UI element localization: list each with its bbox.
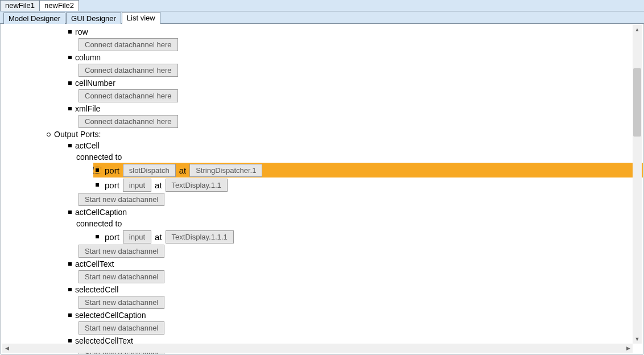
at-label: at [155, 180, 162, 190]
connect-button-row: Connect datachannel here [1, 38, 643, 52]
start-datachannel-button[interactable]: Start new datachannel [79, 321, 164, 335]
output-port-label: actCellCaption [75, 208, 127, 217]
square-bullet-icon [96, 183, 99, 187]
connected-to-label: connected to [76, 219, 122, 228]
output-port-row: actCellText [1, 258, 643, 270]
connect-button-row: Connect datachannel here [1, 89, 643, 103]
vertical-scrollbar[interactable]: ▲ ▼ [633, 25, 642, 344]
at-label: at [179, 166, 187, 175]
connected-to-label: connected to [76, 152, 122, 162]
tab-gui-designer[interactable]: GUI Designer [66, 13, 121, 24]
connection-row-highlighted[interactable]: port slotDispatch at StringDispatcher.1 [1, 163, 643, 178]
square-bullet-icon [68, 107, 72, 110]
connect-datachannel-button[interactable]: Connect datachannel here [79, 115, 178, 128]
square-bullet-icon [68, 56, 72, 59]
connection-target-button[interactable]: StringDispatcher.1 [189, 164, 262, 177]
app-window: newFile1 newFile2 Model Designer GUI Des… [0, 0, 644, 355]
circle-bullet-icon [47, 133, 51, 137]
connect-datachannel-button[interactable]: Connect datachannel here [79, 38, 178, 51]
scroll-down-arrow-icon[interactable]: ▼ [633, 335, 642, 344]
connect-datachannel-button[interactable]: Connect datachannel here [79, 64, 178, 77]
input-port-label: xmlFile [75, 104, 100, 113]
output-ports-heading-row: Output Ports: [1, 129, 643, 140]
start-button-row: Start new datachannel [1, 192, 643, 207]
connection-row[interactable]: port input at TextDisplay.1.1 [1, 178, 643, 192]
start-datachannel-button[interactable]: Start new datachannel [79, 193, 164, 206]
connection-target-button[interactable]: TextDisplay.1.1 [166, 179, 228, 192]
at-label: at [155, 232, 162, 242]
start-datachannel-button[interactable]: Start new datachannel [79, 245, 164, 258]
file-tab-bar: newFile1 newFile2 [0, 0, 644, 11]
output-port-row: selectedCellCaption [1, 309, 643, 321]
input-port-row: row [1, 26, 643, 38]
square-bullet-icon [68, 262, 72, 266]
connect-datachannel-button[interactable]: Connect datachannel here [79, 89, 178, 102]
port-label: port [105, 166, 119, 175]
input-port-row: cellNumber [1, 77, 643, 89]
square-bullet-icon [68, 339, 72, 342]
connection-port-button[interactable]: slotDispatch [123, 164, 176, 177]
content-panel: row Connect datachannel here column Conn… [1, 24, 643, 354]
output-port-label: actCellText [75, 259, 114, 269]
horizontal-scrollbar[interactable]: ◀ ▶ [2, 344, 633, 353]
input-port-label: row [75, 27, 88, 36]
output-port-label: selectedCell [75, 285, 118, 294]
square-bullet-icon [68, 30, 72, 34]
scroll-left-arrow-icon[interactable]: ◀ [2, 344, 11, 353]
file-tab-0[interactable]: newFile1 [0, 0, 40, 11]
input-port-row: xmlFile [1, 103, 643, 114]
port-label: port [105, 232, 119, 242]
scroll-thumb[interactable] [633, 68, 641, 137]
input-port-label: cellNumber [75, 79, 115, 88]
tree-viewport: row Connect datachannel here column Conn… [1, 24, 643, 354]
connection-target-button[interactable]: TextDisplay.1.1.1 [166, 230, 234, 243]
view-tab-bar: Model Designer GUI Designer List view [0, 11, 644, 24]
connected-to-row: connected to [1, 218, 643, 229]
square-bullet-icon [68, 288, 72, 291]
output-port-row: actCell [1, 140, 643, 151]
square-bullet-icon [68, 210, 72, 214]
input-port-label: column [75, 53, 101, 62]
connection-row[interactable]: port input at TextDisplay.1.1.1 [1, 229, 643, 244]
input-port-row: column [1, 52, 643, 63]
output-port-label: actCell [75, 141, 100, 150]
connect-button-row: Connect datachannel here [1, 114, 643, 129]
start-datachannel-button[interactable]: Start new datachannel [79, 270, 164, 283]
square-bullet-icon [96, 168, 99, 172]
connected-to-row: connected to [1, 151, 643, 163]
square-bullet-icon [68, 144, 72, 147]
connect-button-row: Connect datachannel here [1, 63, 643, 77]
scroll-up-arrow-icon[interactable]: ▲ [633, 25, 642, 34]
port-label: port [105, 180, 119, 190]
start-button-row: Start new datachannel [1, 321, 643, 335]
scroll-track[interactable] [633, 34, 642, 335]
start-button-row: Start new datachannel [1, 295, 643, 309]
start-button-row: Start new datachannel [1, 270, 643, 284]
output-port-label: selectedCellCaption [75, 311, 146, 320]
output-ports-heading: Output Ports: [54, 130, 101, 139]
square-bullet-icon [96, 235, 99, 238]
square-bullet-icon [68, 81, 72, 85]
tab-list-view[interactable]: List view [122, 12, 160, 24]
file-tab-1[interactable]: newFile2 [39, 0, 79, 11]
connection-port-button[interactable]: input [123, 230, 151, 243]
start-button-row: Start new datachannel [1, 244, 643, 258]
tab-model-designer[interactable]: Model Designer [3, 13, 65, 24]
output-port-row: selectedCell [1, 284, 643, 295]
connection-port-button[interactable]: input [123, 179, 151, 192]
start-datachannel-button[interactable]: Start new datachannel [79, 296, 164, 309]
output-port-row: actCellCaption [1, 207, 643, 218]
square-bullet-icon [68, 313, 72, 317]
scroll-right-arrow-icon[interactable]: ▶ [624, 344, 633, 353]
